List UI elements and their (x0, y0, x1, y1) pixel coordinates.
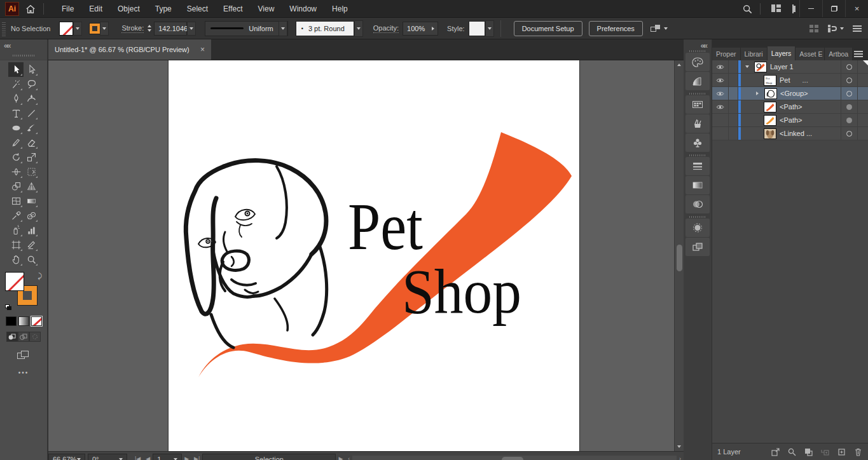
opacity-input[interactable]: 100% (403, 22, 438, 36)
stroke-weight-stepper[interactable] (148, 25, 151, 32)
panel-group-grip[interactable] (689, 93, 706, 95)
control-bar-grip[interactable] (2, 21, 6, 36)
tool-pencil[interactable] (8, 135, 24, 150)
layer-row-linked-file[interactable]: <Linked ... (712, 127, 868, 140)
tool-scale[interactable] (24, 150, 39, 165)
lock-toggle-cell[interactable] (729, 60, 738, 73)
document-close-icon[interactable]: × (200, 45, 205, 54)
pet-shop-logo-artwork[interactable]: Pet Shop (169, 60, 581, 451)
target-circle[interactable] (841, 114, 857, 126)
draw-inside-button[interactable] (29, 332, 41, 342)
previous-artboard-button[interactable]: ◀ (143, 456, 153, 460)
workspace-switcher-icon[interactable] (771, 4, 781, 13)
tool-rotate[interactable] (8, 150, 24, 165)
artboard[interactable]: Pet Shop (168, 60, 580, 451)
tool-width[interactable] (8, 165, 24, 179)
tool-column-graph[interactable] (24, 223, 39, 238)
menu-view[interactable]: View (251, 0, 282, 18)
artboard-number-dropdown[interactable]: 1 (153, 454, 182, 460)
tool-mesh[interactable] (8, 194, 24, 208)
symbols-panel-icon[interactable] (685, 133, 710, 152)
vertical-scrollbar[interactable] (674, 60, 684, 451)
arrange-documents-control[interactable] (651, 25, 668, 32)
stroke-panel-icon[interactable] (685, 157, 710, 175)
layer-thumbnail[interactable] (764, 128, 776, 139)
layer-row-path1[interactable]: <Path> (712, 100, 868, 114)
visibility-eye-toggle-empty[interactable] (712, 114, 729, 126)
tool-shape-builder[interactable] (8, 179, 24, 194)
opacity-label[interactable]: Opacity: (373, 24, 399, 33)
panel-group-grip[interactable] (689, 50, 706, 52)
stroke-weight-dropdown[interactable] (187, 22, 196, 36)
panel-menu-icon[interactable] (854, 51, 863, 57)
selection-column[interactable] (857, 74, 868, 86)
delete-layer-icon[interactable] (853, 447, 863, 457)
pasteboard[interactable]: Pet Shop (48, 60, 684, 451)
tool-type[interactable] (8, 106, 24, 121)
expand-panels-icon[interactable]: «« (701, 41, 706, 50)
color-panel-icon[interactable] (685, 53, 710, 71)
color-guide-panel-icon[interactable] (685, 72, 710, 90)
style-swatch[interactable] (469, 21, 485, 36)
selection-column[interactable] (857, 87, 868, 100)
home-icon[interactable] (23, 3, 38, 15)
vertical-scroll-thumb[interactable] (677, 245, 682, 271)
graphic-styles-panel-icon[interactable] (685, 238, 710, 256)
swatches-panel-icon[interactable] (685, 95, 710, 114)
menu-file[interactable]: File (54, 0, 81, 18)
tool-blend[interactable] (24, 208, 39, 223)
zoom-level-dropdown[interactable]: 66.67% (48, 454, 85, 460)
layer-name[interactable]: Pet (780, 76, 790, 84)
tool-ellipse[interactable] (8, 121, 24, 135)
expand-collapse-icon[interactable] (743, 65, 751, 68)
stroke-weight-input[interactable]: 142.1046 (154, 22, 187, 36)
target-circle[interactable] (841, 60, 857, 73)
scroll-up-icon[interactable] (677, 64, 681, 66)
first-artboard-button[interactable]: |◀ (132, 456, 143, 460)
layer-thumbnail[interactable]: PetShop (764, 75, 776, 86)
tool-lasso[interactable] (24, 77, 39, 91)
tab-asset-export[interactable]: Asset E (796, 48, 825, 60)
document-setup-button[interactable]: Document Setup (514, 21, 582, 36)
minimize-button[interactable] (799, 0, 822, 17)
visibility-eye-icon[interactable] (712, 87, 729, 100)
layer-thumbnail[interactable] (764, 88, 777, 99)
tab-artboards[interactable]: Artboa (825, 48, 853, 60)
stroke-color-swatch[interactable] (90, 24, 100, 34)
tool-eraser[interactable] (24, 135, 39, 150)
tab-libraries[interactable]: Librari (741, 48, 768, 60)
tool-artboard[interactable] (8, 238, 24, 252)
horizontal-scrollbar[interactable] (352, 456, 677, 460)
tools-grip-handle[interactable] (13, 55, 34, 57)
scroll-right-icon[interactable]: › (677, 456, 684, 460)
lock-toggle-cell[interactable] (729, 127, 738, 140)
draw-behind-button[interactable] (18, 332, 29, 342)
tab-layers[interactable]: Layers (768, 46, 796, 60)
layer-name[interactable]: <Path> (780, 116, 802, 124)
tab-properties[interactable]: Proper (712, 48, 741, 60)
lock-toggle-cell[interactable] (729, 87, 738, 100)
panel-group-grip[interactable] (689, 216, 706, 218)
visibility-eye-icon[interactable] (712, 74, 729, 86)
fill-proxy-swatch[interactable] (5, 272, 24, 291)
layer-thumbnail[interactable] (754, 62, 767, 72)
selection-column[interactable] (857, 127, 868, 140)
tool-selection[interactable] (8, 62, 24, 77)
tool-magic-wand[interactable] (8, 77, 24, 91)
brushes-panel-icon[interactable] (685, 114, 710, 133)
tool-curvature[interactable] (24, 91, 39, 106)
layer-name[interactable]: <Path> (780, 103, 802, 111)
transparency-panel-icon[interactable] (685, 195, 710, 213)
selection-column[interactable] (857, 114, 868, 126)
gradient-panel-icon[interactable] (685, 176, 710, 194)
target-circle[interactable] (841, 87, 857, 100)
new-layer-icon[interactable] (837, 447, 846, 457)
last-artboard-button[interactable]: ▶| (191, 456, 202, 460)
draw-normal-button[interactable] (6, 332, 18, 342)
touch-workspace-icon[interactable] (809, 25, 819, 32)
new-sublayer-icon[interactable] (820, 447, 830, 457)
make-clipping-mask-icon[interactable] (804, 447, 813, 457)
appearance-panel-icon[interactable] (685, 219, 710, 237)
swap-fill-stroke-icon[interactable]: ⤸ (38, 272, 42, 280)
selection-column[interactable] (857, 60, 868, 73)
